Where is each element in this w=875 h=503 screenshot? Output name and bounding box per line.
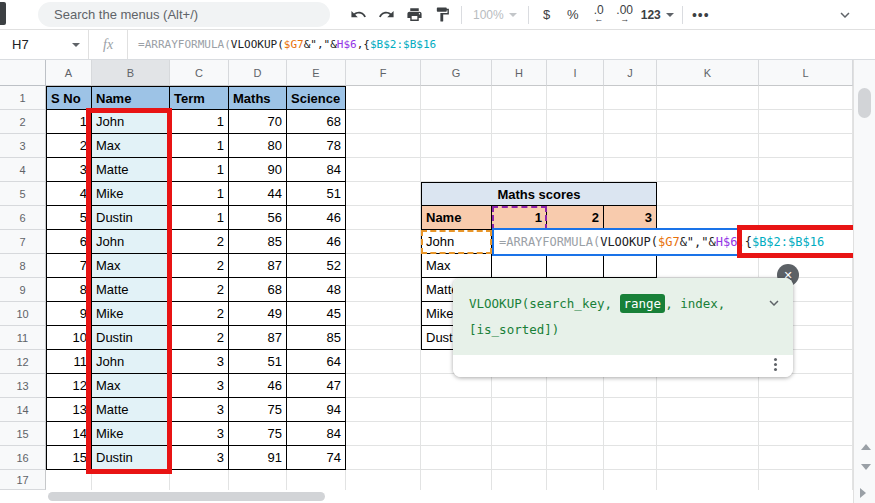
select-all-corner[interactable] xyxy=(0,60,46,86)
cell-J6[interactable]: 3 xyxy=(604,206,657,230)
cell-C5[interactable]: 1 xyxy=(170,182,229,206)
cell-E1[interactable]: Science xyxy=(287,86,346,110)
decrease-decimal-button[interactable]: .0 ← xyxy=(586,2,612,28)
cell-D7[interactable]: 85 xyxy=(229,230,287,254)
cell-D5[interactable]: 44 xyxy=(229,182,287,206)
cell-I8[interactable] xyxy=(547,254,604,278)
column-header-E[interactable]: E xyxy=(287,60,346,86)
scroll-down-icon[interactable] xyxy=(861,464,871,470)
cell-D9[interactable]: 68 xyxy=(229,278,287,302)
cell-E2[interactable]: 68 xyxy=(287,110,346,134)
cell-D8[interactable]: 87 xyxy=(229,254,287,278)
cell-C2[interactable]: 1 xyxy=(170,110,229,134)
cell-D4[interactable]: 90 xyxy=(229,158,287,182)
cell-C10[interactable]: 2 xyxy=(170,302,229,326)
cell-J8[interactable] xyxy=(604,254,657,278)
cell-C3[interactable]: 1 xyxy=(170,134,229,158)
row-header-3[interactable]: 3 xyxy=(0,134,46,158)
cell-E15[interactable]: 84 xyxy=(287,422,346,446)
more-formats-button[interactable]: 123 xyxy=(638,2,677,28)
row-header-7[interactable]: 7 xyxy=(0,230,46,254)
column-header-C[interactable]: C xyxy=(170,60,229,86)
cell-C16[interactable]: 3 xyxy=(170,446,229,470)
row-header-1[interactable]: 1 xyxy=(0,86,46,110)
scroll-up-icon[interactable] xyxy=(861,444,871,450)
cell-B1[interactable]: Name xyxy=(92,86,170,110)
column-header-J[interactable]: J xyxy=(604,60,657,86)
cell-E13[interactable]: 47 xyxy=(287,374,346,398)
cell-D1[interactable]: Maths xyxy=(229,86,287,110)
cell-E3[interactable]: 78 xyxy=(287,134,346,158)
paint-format-button[interactable] xyxy=(428,2,456,28)
cell-C6[interactable]: 1 xyxy=(170,206,229,230)
cell-C13[interactable]: 3 xyxy=(170,374,229,398)
horizontal-scrollbar[interactable] xyxy=(0,490,853,503)
cell-D13[interactable]: 46 xyxy=(229,374,287,398)
row-header-8[interactable]: 8 xyxy=(0,254,46,278)
cell-D15[interactable]: 75 xyxy=(229,422,287,446)
cell-C8[interactable]: 2 xyxy=(170,254,229,278)
cell-G5-maths-scores-title[interactable]: Maths scores xyxy=(421,182,657,206)
column-header-I[interactable]: I xyxy=(547,60,604,86)
print-button[interactable] xyxy=(400,2,428,28)
horizontal-scrollbar-thumb[interactable] xyxy=(48,492,325,501)
row-header-6[interactable]: 6 xyxy=(0,206,46,230)
cell-D11[interactable]: 87 xyxy=(229,326,287,350)
column-header-H[interactable]: H xyxy=(492,60,547,86)
cell-E7[interactable]: 46 xyxy=(287,230,346,254)
hide-menus-button[interactable] xyxy=(831,2,859,28)
row-header-12[interactable]: 12 xyxy=(0,350,46,374)
row-header-2[interactable]: 2 xyxy=(0,110,46,134)
cell-E9[interactable]: 48 xyxy=(287,278,346,302)
zoom-select[interactable]: 100% xyxy=(467,8,523,22)
row-header-13[interactable]: 13 xyxy=(0,374,46,398)
row-header-11[interactable]: 11 xyxy=(0,326,46,350)
cell-E8[interactable]: 52 xyxy=(287,254,346,278)
cell-C1[interactable]: Term xyxy=(170,86,229,110)
vertical-scrollbar[interactable] xyxy=(853,60,875,503)
column-header-D[interactable]: D xyxy=(229,60,287,86)
row-header-9[interactable]: 9 xyxy=(0,278,46,302)
row-header-4[interactable]: 4 xyxy=(0,158,46,182)
cell-C12[interactable]: 3 xyxy=(170,350,229,374)
cell-D2[interactable]: 70 xyxy=(229,110,287,134)
column-header-B[interactable]: B xyxy=(92,60,170,86)
cell-D6[interactable]: 56 xyxy=(229,206,287,230)
cell-D12[interactable]: 51 xyxy=(229,350,287,374)
name-box[interactable]: H7 xyxy=(0,37,88,52)
increase-decimal-button[interactable]: .00 → xyxy=(612,2,638,28)
cell-D16[interactable]: 91 xyxy=(229,446,287,470)
cell-E16[interactable]: 74 xyxy=(287,446,346,470)
cell-E12[interactable]: 64 xyxy=(287,350,346,374)
cell-C14[interactable]: 3 xyxy=(170,398,229,422)
cell-C7[interactable]: 2 xyxy=(170,230,229,254)
row-header-17[interactable]: 17 xyxy=(0,470,46,490)
cell-E10[interactable]: 45 xyxy=(287,302,346,326)
undo-button[interactable] xyxy=(344,2,372,28)
cell-C4[interactable]: 1 xyxy=(170,158,229,182)
row-header-10[interactable]: 10 xyxy=(0,302,46,326)
collapse-help-button[interactable] xyxy=(765,294,783,316)
scroll-right-icon[interactable] xyxy=(860,488,866,498)
more-options-kebab-icon[interactable] xyxy=(774,358,777,371)
cell-E11[interactable]: 85 xyxy=(287,326,346,350)
format-currency-button[interactable]: $ xyxy=(534,2,560,28)
row-header-14[interactable]: 14 xyxy=(0,398,46,422)
more-toolbar-options-button[interactable]: ••• xyxy=(688,2,714,28)
cell-E14[interactable]: 94 xyxy=(287,398,346,422)
cell-H8[interactable] xyxy=(492,254,547,278)
cell-A1[interactable]: S No xyxy=(46,86,92,110)
column-header-G[interactable]: G xyxy=(421,60,492,86)
cell-E6[interactable]: 46 xyxy=(287,206,346,230)
column-header-F[interactable]: F xyxy=(346,60,421,86)
formula-input[interactable]: =ARRAYFORMULA(VLOOKUP($G7&","&H$6,{$B$2:… xyxy=(128,38,436,51)
cell-C9[interactable]: 2 xyxy=(170,278,229,302)
format-percent-button[interactable]: % xyxy=(560,2,586,28)
menu-search-input[interactable]: Search the menus (Alt+/) xyxy=(38,2,330,27)
cell-G8[interactable]: Max xyxy=(421,254,492,278)
cell-D14[interactable]: 75 xyxy=(229,398,287,422)
column-header-L[interactable]: L xyxy=(759,60,853,86)
vertical-scrollbar-thumb[interactable] xyxy=(858,88,871,118)
row-header-16[interactable]: 16 xyxy=(0,446,46,470)
redo-button[interactable] xyxy=(372,2,400,28)
